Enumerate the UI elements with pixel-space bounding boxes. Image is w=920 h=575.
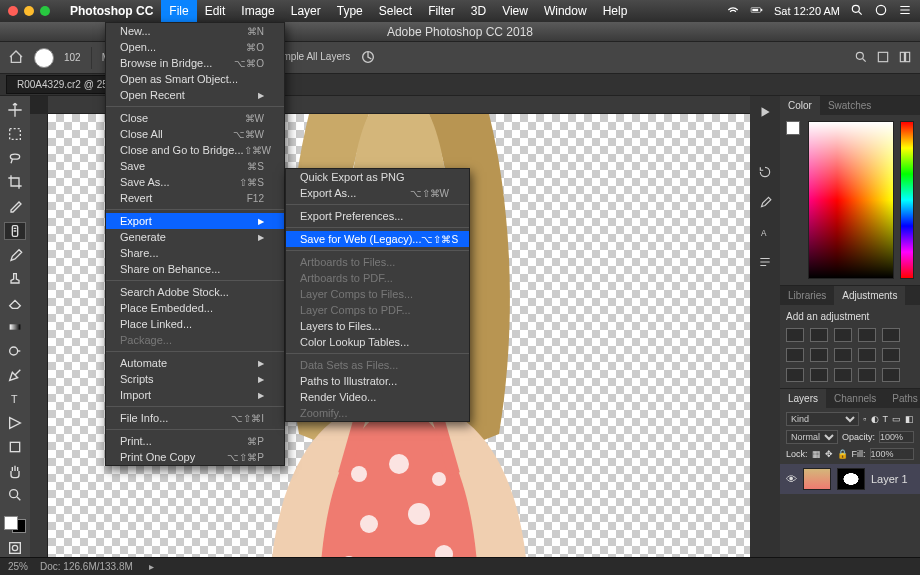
adj-photo-filter[interactable] [834, 348, 852, 362]
export-menu-item-12[interactable]: Color Lookup Tables... [286, 334, 469, 350]
notification-icon[interactable] [898, 3, 912, 19]
menu-edit[interactable]: Edit [197, 0, 234, 22]
file-menu-item-4[interactable]: Open Recent [106, 87, 284, 103]
opacity-input[interactable] [879, 431, 914, 443]
color-spectrum[interactable] [808, 121, 894, 279]
channels-tab[interactable]: Channels [826, 389, 884, 408]
filter-pixel-icon[interactable]: ▫ [863, 414, 866, 424]
close-window[interactable] [8, 6, 18, 16]
export-menu-item-3[interactable]: Export Preferences... [286, 208, 469, 224]
ruler-vertical[interactable] [30, 114, 48, 557]
export-menu-item-1[interactable]: Export As...⌥⇧⌘W [286, 185, 469, 201]
adj-posterize[interactable] [810, 368, 828, 382]
layers-tab[interactable]: Layers [780, 389, 826, 408]
marquee-tool[interactable] [4, 126, 26, 143]
adj-selective-color[interactable] [882, 368, 900, 382]
quickmask-tool[interactable] [4, 540, 26, 557]
swatches-tab[interactable]: Swatches [820, 96, 879, 115]
adj-hue[interactable] [786, 348, 804, 362]
file-menu-item-29[interactable]: Print...⌘P [106, 433, 284, 449]
hue-slider[interactable] [900, 121, 914, 279]
move-tool[interactable] [4, 102, 26, 119]
file-menu-item-8[interactable]: Close and Go to Bridge...⇧⌘W [106, 142, 284, 158]
search-icon[interactable] [854, 50, 868, 66]
file-menu-item-13[interactable]: Export [106, 213, 284, 229]
filter-adj-icon[interactable]: ◐ [871, 414, 879, 424]
layer-thumbnail[interactable] [803, 468, 831, 490]
clock[interactable]: Sat 12:20 AM [774, 5, 840, 17]
file-menu-item-7[interactable]: Close All⌥⌘W [106, 126, 284, 142]
adj-channel-mixer[interactable] [858, 348, 876, 362]
file-menu-item-6[interactable]: Close⌘W [106, 110, 284, 126]
file-menu-item-18[interactable]: Search Adobe Stock... [106, 284, 284, 300]
wifi-icon[interactable] [726, 3, 740, 19]
menu-app[interactable]: Photoshop CC [62, 0, 161, 22]
menu-filter[interactable]: Filter [420, 0, 463, 22]
lasso-tool[interactable] [4, 150, 26, 167]
export-menu-item-5[interactable]: Save for Web (Legacy)...⌥⇧⌘S [286, 231, 469, 247]
gradient-tool[interactable] [4, 319, 26, 336]
play-icon[interactable] [755, 102, 775, 122]
adj-brightness[interactable] [786, 328, 804, 342]
menu-image[interactable]: Image [233, 0, 282, 22]
zoom-tool[interactable] [4, 486, 26, 503]
file-menu-item-30[interactable]: Print One Copy⌥⇧⌘P [106, 449, 284, 465]
healing-brush-tool[interactable] [4, 222, 26, 240]
history-icon[interactable] [755, 162, 775, 182]
adj-color-lookup[interactable] [882, 348, 900, 362]
file-menu-item-1[interactable]: Open...⌘O [106, 39, 284, 55]
file-menu-item-16[interactable]: Share on Behance... [106, 261, 284, 277]
hand-tool[interactable] [4, 462, 26, 479]
brush-tool[interactable] [4, 247, 26, 264]
file-menu-item-15[interactable]: Share... [106, 245, 284, 261]
pen-tool[interactable] [4, 366, 26, 383]
control-center-icon[interactable] [874, 3, 888, 19]
minimize-window[interactable] [24, 6, 34, 16]
character-icon[interactable]: A [755, 222, 775, 242]
layer-kind-select[interactable]: Kind [786, 412, 859, 426]
menu-window[interactable]: Window [536, 0, 595, 22]
file-menu-item-23[interactable]: Automate [106, 355, 284, 371]
dodge-tool[interactable] [4, 342, 26, 359]
menu-file[interactable]: File [161, 0, 196, 22]
file-menu-item-11[interactable]: RevertF12 [106, 190, 284, 206]
adj-bw[interactable] [810, 348, 828, 362]
foreground-color[interactable] [786, 121, 800, 135]
eraser-tool[interactable] [4, 295, 26, 312]
pressure-icon[interactable] [360, 49, 376, 67]
type-tool[interactable]: T [4, 390, 26, 407]
file-menu-item-2[interactable]: Browse in Bridge...⌥⌘O [106, 55, 284, 71]
eyedropper-tool[interactable] [4, 198, 26, 215]
file-menu-item-27[interactable]: File Info...⌥⇧⌘I [106, 410, 284, 426]
color-swatches[interactable] [4, 516, 26, 533]
doc-info[interactable]: Doc: 126.6M/133.8M [40, 561, 133, 572]
file-menu-item-0[interactable]: New...⌘N [106, 23, 284, 39]
stamp-tool[interactable] [4, 271, 26, 288]
filter-shape-icon[interactable]: ▭ [892, 414, 901, 424]
file-menu-item-20[interactable]: Place Linked... [106, 316, 284, 332]
filter-smart-icon[interactable]: ◧ [905, 414, 914, 424]
file-menu-item-25[interactable]: Import [106, 387, 284, 403]
paragraph-icon[interactable] [755, 252, 775, 272]
menu-view[interactable]: View [494, 0, 536, 22]
menu-type[interactable]: Type [329, 0, 371, 22]
menu-select[interactable]: Select [371, 0, 420, 22]
visibility-icon[interactable]: 👁 [786, 473, 797, 485]
menu-help[interactable]: Help [595, 0, 636, 22]
blend-mode-select[interactable]: Normal [786, 430, 838, 444]
path-tool[interactable] [4, 414, 26, 431]
search-icon[interactable] [850, 3, 864, 19]
adjustments-tab[interactable]: Adjustments [834, 286, 905, 305]
zoom-level[interactable]: 25% [8, 561, 28, 572]
home-icon[interactable] [8, 49, 24, 67]
adj-curves[interactable] [834, 328, 852, 342]
file-menu-item-14[interactable]: Generate [106, 229, 284, 245]
share-icon[interactable] [876, 50, 890, 66]
paths-tab[interactable]: Paths [884, 389, 920, 408]
adj-levels[interactable] [810, 328, 828, 342]
export-menu-item-16[interactable]: Render Video... [286, 389, 469, 405]
lock-position-icon[interactable]: ✥ [825, 449, 833, 459]
shape-tool[interactable] [4, 438, 26, 455]
menu-layer[interactable]: Layer [283, 0, 329, 22]
adj-vibrance[interactable] [882, 328, 900, 342]
